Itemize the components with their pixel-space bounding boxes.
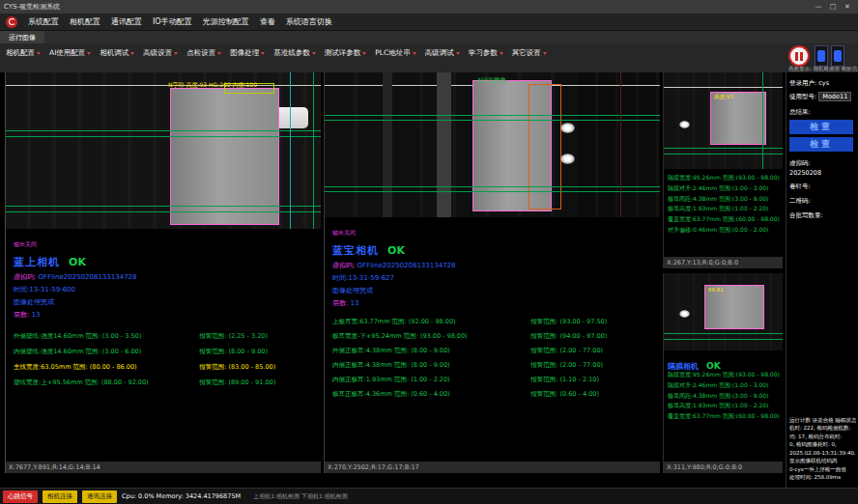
camera-image-middle[interactable]: AI识别图像: [325, 72, 660, 217]
tab-label: 高级调试: [425, 48, 454, 58]
caret-down-icon: [362, 52, 366, 55]
camera-image-left[interactable]: N字印 高度:93 HG:260 内值:100: [6, 72, 321, 229]
caret-down-icon: [87, 52, 91, 55]
camera-image-right-bottom[interactable]: 68.61: [664, 273, 783, 350]
window-title: CYS-视觉检测系统: [4, 2, 60, 12]
measure-line: 隔膜宽度:95.26mm 范围:(93.00 - 98.00): [668, 370, 781, 380]
stats-line: 2025.02.08-13:31:39:40.: [789, 449, 856, 458]
alarm-range: 报警范围: (0.60 - 4.00): [530, 390, 599, 399]
count-label: 层数:: [332, 298, 348, 308]
guide-line: [664, 339, 783, 340]
menu-language-switch[interactable]: 系统语言切换: [286, 16, 332, 27]
alarm-range: 报警范围: (94.00 - 97.00): [530, 332, 607, 341]
tab-label: 相机配置: [6, 48, 35, 58]
process-line: 图像处理完成: [14, 297, 313, 307]
camera-tool-button[interactable]: [815, 45, 828, 67]
alarm-range: 报警范围: (89.00 - 91.00): [199, 378, 275, 387]
sidebar: 登录用户: cys 使用型号: Mode11 总结果: 检查 检查 虚拟码: 2…: [786, 72, 858, 488]
reflective-tab: [679, 121, 690, 128]
measurement-value: 上极耳宽:63.77mm 范围: (92.00 - 98.00): [332, 318, 530, 326]
login-user-label: 登录用户:: [789, 79, 816, 88]
caret-down-icon: [456, 52, 460, 55]
status-bar: 心跳信号 相机连接 通讯连接 Cpu: 0.0% Memory: 3424.41…: [0, 488, 858, 504]
alarm-range: 报警范围: (2.00 - 77.00): [530, 347, 603, 355]
menu-comm-config[interactable]: 通讯配置: [111, 16, 142, 27]
tab-image-processing[interactable]: 图像处理: [230, 48, 265, 58]
menu-camera-config[interactable]: 相机配置: [70, 16, 100, 27]
barcode-label: 虚拟码:: [332, 261, 355, 270]
tab-camera-debug[interactable]: 相机调试: [100, 48, 134, 58]
window-titlebar: CYS-视觉检测系统 — □ ✕: [0, 0, 858, 14]
virtual-code-value: 20250208: [789, 169, 855, 177]
tab-other-settings[interactable]: 其它设置: [512, 48, 547, 58]
close-icon[interactable]: ✕: [841, 2, 854, 13]
alarm-range: 报警范围: (2.00 - 77.00): [530, 361, 603, 370]
caret-down-icon: [543, 52, 547, 55]
tab-camera-config[interactable]: 相机配置: [6, 48, 41, 58]
menu-io-manual[interactable]: IO手动配置: [153, 16, 192, 27]
toolbar-hint-text: 画面显示: 相机检测值 检验仿真: [788, 66, 858, 72]
tab-advanced-debug[interactable]: 高级调试: [425, 48, 460, 58]
qr-code-label: 二维码:: [789, 197, 855, 206]
stats-line: 均: 17, 检码分布耗时:: [789, 433, 856, 441]
maximize-icon[interactable]: □: [826, 2, 840, 13]
reflective-tab: [560, 123, 575, 133]
tab-run-image[interactable]: 运行图像: [0, 31, 44, 43]
tab-plc-address[interactable]: PLC地址串: [375, 48, 415, 58]
output-state-text: 输出关闭: [14, 240, 313, 249]
barcode-value: OFFline20250208133134728: [358, 262, 456, 269]
process-line: 图像处理完成: [332, 286, 652, 295]
measurement-value: 极耳宽度-下+95.24mm 范围: (93.00 - 98.00): [332, 332, 530, 341]
display-tool-button[interactable]: [831, 45, 844, 67]
model-label: 使用型号:: [789, 93, 816, 101]
run-tab-strip: 运行图像: [0, 31, 858, 43]
tab-spot-check[interactable]: 点检设置: [186, 48, 221, 58]
toolbar: 相机配置 AI使用配置 相机调试 高级设置 点检设置 图像处理 基准线参数 测试…: [0, 43, 858, 72]
login-user-row: 登录用户: cys: [789, 79, 855, 88]
camera-image-right-top[interactable]: 高度:93: [664, 72, 783, 169]
dark-region: [578, 72, 660, 217]
heartbeat-badge: 心跳信号: [3, 490, 38, 503]
measurement-row: 内侧正极耳:1.93mm 范围: (1.00 - 2.20)报警范围: (1.1…: [332, 376, 652, 384]
model-value-field[interactable]: Mode11: [818, 92, 851, 101]
reflective-tab: [679, 310, 690, 318]
alarm-range: 报警范围: (2.25 - 3.20): [199, 332, 268, 341]
tab-test-params[interactable]: 测试详参数: [325, 48, 367, 58]
alarm-range: 报警范围: (83.00 - 85.00): [199, 363, 275, 372]
workpiece-block: [170, 88, 279, 225]
tab-learning-params[interactable]: 学习参数: [469, 48, 503, 58]
login-user-value: cys: [818, 79, 829, 87]
result-ok-badge: OK: [69, 256, 86, 268]
measure-line: 覆盖宽度:63.77mm 范围:(60.00 - 98.00): [668, 214, 781, 225]
menu-view[interactable]: 查看: [260, 16, 275, 27]
guide-line: [6, 136, 321, 137]
guide-line: [6, 206, 321, 207]
caret-down-icon: [312, 52, 316, 55]
measurement-row: 极耳宽度-下+95.24mm 范围: (93.00 - 98.00)报警范围: …: [332, 332, 652, 341]
menu-system-config[interactable]: 系统配置: [28, 16, 59, 27]
menu-light-control[interactable]: 光源控制配置: [203, 16, 249, 27]
result-info-left: 输出关闭 蓝上相机 OK 虚拟码: OFFline202502081331347…: [6, 229, 321, 391]
pixel-status-right-bottom: X:311,Y:980;R:0;G:0;B:0: [664, 462, 783, 473]
pause-icon: [795, 52, 798, 61]
machine-column: [437, 72, 451, 217]
measurement-value: 内侧正极耳:4.38mm 范围: (8.00 - 9.00): [332, 361, 530, 370]
measurement-value: 内侧正极耳:1.93mm 范围: (1.00 - 2.20): [332, 376, 530, 384]
tab-ai-config[interactable]: AI使用配置: [49, 48, 91, 58]
toolbar-tabs: 相机配置 AI使用配置 相机调试 高级设置 点检设置 图像处理 基准线参数 测试…: [6, 48, 547, 58]
caret-down-icon: [130, 52, 134, 55]
pause-button[interactable]: [788, 45, 810, 67]
virtual-code-label: 虚拟码:: [789, 159, 855, 168]
tab-baseline-params[interactable]: 基准线参数: [273, 48, 316, 58]
tab-advanced-settings[interactable]: 高级设置: [143, 48, 178, 58]
measurement-row: 极耳正极耳:4.36mm 范围: (0.60 - 4.00)报警范围: (0.6…: [332, 390, 652, 399]
camera-status-text: 上相机1:相机检测 下相机1:相机检测: [253, 492, 348, 501]
measure-line: 隔膜对齐:2.46mm 范围:(1.00 - 3.00): [668, 183, 781, 194]
measurement-row: 内侧壁纸:强度14.60mm 范围: (3.00 - 6.00)报警范围: (8…: [14, 348, 313, 356]
count-line: 层数: 13: [14, 310, 313, 320]
stats-line: 0, 检码图像耗时: 0,: [789, 440, 856, 449]
minimize-icon[interactable]: —: [812, 2, 825, 13]
tab-label: AI使用配置: [49, 48, 85, 58]
camera-panel-left: N字印 高度:93 HG:260 内值:100 输出关闭 蓝上相机 OK 虚拟码…: [5, 72, 321, 473]
measurement-rows: 上极耳宽:63.77mm 范围: (92.00 - 98.00)报警范围: (9…: [332, 318, 652, 399]
